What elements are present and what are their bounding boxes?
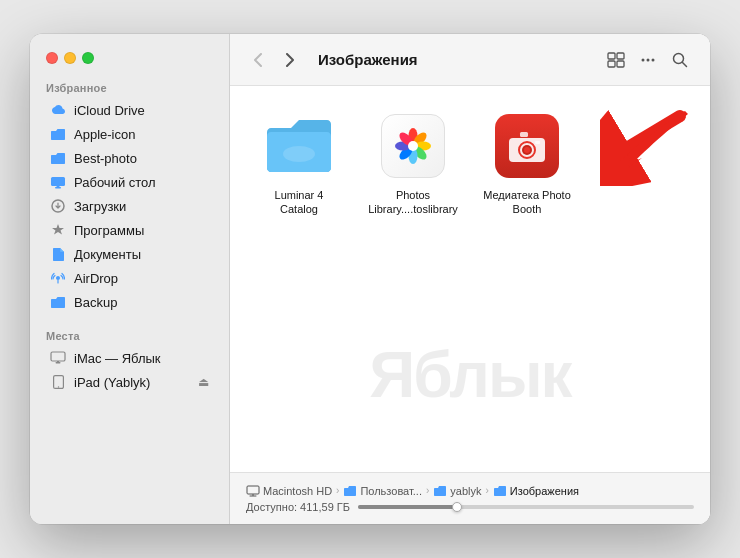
maximize-button[interactable] bbox=[82, 52, 94, 64]
file-item-photos-library[interactable]: Photos Library....toslibrary bbox=[368, 110, 458, 217]
docs-icon bbox=[50, 246, 66, 262]
airdrop-icon bbox=[50, 270, 66, 286]
finder-window: Избранное iCloud Drive Apple-icon bbox=[30, 34, 710, 524]
breadcrumb-yablyk-label: yablyk bbox=[450, 485, 481, 497]
downloads-icon bbox=[50, 198, 66, 214]
breadcrumb-folder-icon-2: yablyk bbox=[433, 485, 481, 497]
sidebar-label-docs: Документы bbox=[74, 247, 141, 262]
storage-fill bbox=[358, 505, 459, 509]
ipad-icon bbox=[50, 374, 66, 390]
breadcrumb: Macintosh HD › Пользоват... › bbox=[246, 485, 694, 497]
file-item-luminar[interactable]: Luminar 4 Catalog bbox=[254, 110, 344, 217]
breadcrumb-folder-icon-1: Пользоват... bbox=[343, 485, 422, 497]
apps-icon bbox=[50, 222, 66, 238]
sidebar-label-imac: iMac — Яблык bbox=[74, 351, 161, 366]
sidebar-item-desktop[interactable]: Рабочий стол bbox=[34, 170, 225, 194]
desktop-icon bbox=[50, 174, 66, 190]
sidebar-label-apple-icon: Apple-icon bbox=[74, 127, 135, 142]
svg-point-14 bbox=[652, 58, 655, 61]
breadcrumb-sep-1: › bbox=[336, 485, 339, 496]
svg-rect-31 bbox=[520, 132, 528, 137]
svg-point-8 bbox=[57, 386, 58, 387]
svg-rect-0 bbox=[51, 177, 65, 186]
storage-thumb bbox=[452, 502, 462, 512]
sidebar-item-airdrop[interactable]: AirDrop bbox=[34, 266, 225, 290]
status-bar: Macintosh HD › Пользоват... › bbox=[230, 472, 710, 524]
file-item-photo-booth[interactable]: Медиатека Photo Booth bbox=[482, 110, 572, 217]
file-name-photos-library: Photos Library....toslibrary bbox=[368, 188, 458, 217]
sidebar-item-best-photo[interactable]: Best-photo bbox=[34, 146, 225, 170]
sidebar-item-imac[interactable]: iMac — Яблык bbox=[34, 346, 225, 370]
sidebar-item-apple-icon[interactable]: Apple-icon bbox=[34, 122, 225, 146]
sidebar-item-downloads[interactable]: Загрузки bbox=[34, 194, 225, 218]
watermark-text: Яблык bbox=[369, 338, 570, 412]
storage-track bbox=[358, 505, 694, 509]
more-options-button[interactable] bbox=[634, 46, 662, 74]
svg-rect-6 bbox=[57, 361, 59, 362]
close-button[interactable] bbox=[46, 52, 58, 64]
svg-point-13 bbox=[647, 58, 650, 61]
breadcrumb-hd-label: Macintosh HD bbox=[263, 485, 332, 497]
breadcrumb-user-label: Пользоват... bbox=[360, 485, 422, 497]
sidebar-label-downloads: Загрузки bbox=[74, 199, 126, 214]
breadcrumb-sep-3: › bbox=[486, 485, 489, 496]
file-name-photo-booth: Медиатека Photo Booth bbox=[483, 188, 571, 217]
minimize-button[interactable] bbox=[64, 52, 76, 64]
imac-icon bbox=[50, 350, 66, 366]
view-toggle-button[interactable] bbox=[602, 46, 630, 74]
sidebar-item-apps[interactable]: Программы bbox=[34, 218, 225, 242]
file-name-luminar: Luminar 4 Catalog bbox=[275, 188, 324, 217]
folder-icon-3 bbox=[50, 294, 66, 310]
photo-booth-icon bbox=[491, 110, 563, 182]
sidebar-label-desktop: Рабочий стол bbox=[74, 175, 156, 190]
sidebar-item-icloud-drive[interactable]: iCloud Drive bbox=[34, 98, 225, 122]
window-title: Изображения bbox=[318, 51, 586, 68]
sidebar-label-ipad: iPad (Yablyk) bbox=[74, 375, 150, 390]
svg-rect-34 bbox=[247, 486, 259, 494]
sidebar-item-backup[interactable]: Backup bbox=[34, 290, 225, 314]
folder-large-icon bbox=[263, 110, 335, 182]
storage-label: Доступно: 411,59 ГБ bbox=[246, 501, 350, 513]
svg-point-30 bbox=[524, 147, 530, 153]
toolbar: Изображения bbox=[230, 34, 710, 86]
arrow-indicator bbox=[600, 106, 680, 186]
svg-rect-10 bbox=[617, 53, 624, 59]
breadcrumb-images-label: Изображения bbox=[510, 485, 579, 497]
folder-icon-2 bbox=[50, 150, 66, 166]
breadcrumb-sep-2: › bbox=[426, 485, 429, 496]
svg-rect-9 bbox=[608, 53, 615, 59]
search-button[interactable] bbox=[666, 46, 694, 74]
svg-point-17 bbox=[283, 146, 315, 162]
folder-icon bbox=[50, 126, 66, 142]
svg-point-26 bbox=[408, 141, 418, 151]
favorites-section-label: Избранное bbox=[30, 74, 229, 98]
sidebar-label-backup: Backup bbox=[74, 295, 117, 310]
sidebar-item-ipad[interactable]: iPad (Yablyk) ⏏ bbox=[34, 370, 225, 394]
icloud-icon bbox=[50, 102, 66, 118]
svg-point-15 bbox=[642, 58, 645, 61]
breadcrumb-hd: Macintosh HD bbox=[246, 485, 332, 497]
svg-rect-4 bbox=[51, 352, 65, 361]
svg-rect-11 bbox=[608, 61, 615, 67]
eject-icon[interactable]: ⏏ bbox=[198, 375, 209, 389]
sidebar-label-icloud-drive: iCloud Drive bbox=[74, 103, 145, 118]
sidebar-item-docs[interactable]: Документы bbox=[34, 242, 225, 266]
svg-rect-32 bbox=[535, 141, 540, 144]
svg-rect-2 bbox=[57, 186, 60, 188]
sidebar: Избранное iCloud Drive Apple-icon bbox=[30, 34, 230, 524]
places-section-label: Места bbox=[30, 322, 229, 346]
svg-rect-5 bbox=[56, 362, 61, 364]
back-button[interactable] bbox=[246, 48, 270, 72]
svg-rect-12 bbox=[617, 61, 624, 67]
file-grid: Luminar 4 Catalog bbox=[230, 86, 710, 472]
toolbar-actions bbox=[602, 46, 694, 74]
photos-library-icon bbox=[377, 110, 449, 182]
forward-button[interactable] bbox=[278, 48, 302, 72]
sidebar-label-apps: Программы bbox=[74, 223, 144, 238]
main-content: Изображения bbox=[230, 34, 710, 524]
breadcrumb-images: Изображения bbox=[493, 485, 579, 497]
sidebar-label-airdrop: AirDrop bbox=[74, 271, 118, 286]
sidebar-label-best-photo: Best-photo bbox=[74, 151, 137, 166]
storage-bar: Доступно: 411,59 ГБ bbox=[246, 501, 694, 513]
